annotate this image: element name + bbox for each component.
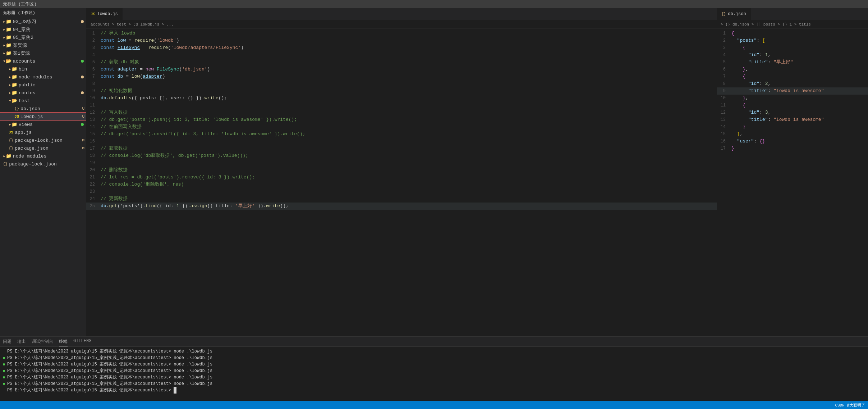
sidebar-item[interactable]: ▸📁05_案例2 xyxy=(0,33,86,41)
code-line: 17// 获取数据 xyxy=(86,145,717,152)
line-number: 4 xyxy=(717,52,731,59)
terminal-text: PS E:\个人\练习\Node\2023_atguigu\15_案例实践_记账… xyxy=(7,374,212,381)
token: write xyxy=(266,203,280,209)
item-label: node_modules xyxy=(13,154,86,159)
line-number: 15 xyxy=(86,131,101,138)
terminal-line: PS E:\个人\练习\Node\2023_atguigu\15_案例实践_记账… xyxy=(3,361,865,368)
sidebar-item[interactable]: ▸📁public xyxy=(0,81,86,89)
item-label: 某1资源 xyxy=(13,50,86,56)
sidebar-item[interactable]: ▸📁node_modules xyxy=(0,152,86,160)
sidebar-item[interactable]: JSapp.js xyxy=(0,128,86,136)
line-number: 17 xyxy=(717,145,731,152)
tab-db-json[interactable]: {} db.json xyxy=(717,8,751,20)
json-line: 10 }, xyxy=(717,95,868,102)
sidebar-item[interactable]: {}package.jsonM xyxy=(0,144,86,152)
js-file-icon: JS xyxy=(9,130,13,135)
sidebar-item[interactable]: ▸📁node_modules xyxy=(0,73,86,81)
json-line: 5 "title": "早上好" xyxy=(717,59,868,66)
token: 'db.json' xyxy=(182,67,207,72)
code-breadcrumb: accounts > test > JS lowdb.js > ... xyxy=(86,21,717,28)
terminal-tab[interactable]: 调试控制台 xyxy=(32,337,53,346)
code-content[interactable]: 1// 导入 lowdb2const low = require('lowdb'… xyxy=(86,28,717,336)
token: write xyxy=(205,95,219,101)
line-content: // console.log('db获取数据', db.get('posts')… xyxy=(101,152,252,159)
json-content[interactable]: 1{2 "posts": [3 {4 "id": 1,5 "title": "早… xyxy=(717,28,868,336)
token: db xyxy=(118,74,123,79)
sidebar-item[interactable]: ▾📂accounts xyxy=(0,57,86,65)
line-content: db.get('posts').find({ id: 1 }).assign({… xyxy=(101,203,292,209)
sidebar-item[interactable]: ▸📁bin xyxy=(0,65,86,73)
sidebar-item[interactable]: {}package-lock.json xyxy=(0,160,86,168)
line-number: 17 xyxy=(86,145,101,152)
sidebar-item[interactable]: ▸📁views xyxy=(0,121,86,128)
terminal-lines-container: PS E:\个人\练习\Node\2023_atguigu\15_案例实践_记账… xyxy=(3,348,865,394)
sidebar-item[interactable]: ▸📁某1资源 xyxy=(0,49,86,57)
sidebar-item[interactable]: ▸📁03_JS练习 xyxy=(0,18,86,26)
folder-closed-icon: ▸📁 xyxy=(9,82,17,88)
sidebar-header: 无标题 (工作区) xyxy=(0,8,86,18)
code-tab-bar: JS lowdb.js xyxy=(86,8,717,21)
title-bar-text: 无标题 (工作区) xyxy=(3,1,37,7)
sidebar-item[interactable]: ▸📁routes xyxy=(0,89,86,97)
line-number: 4 xyxy=(86,52,101,59)
token: 'lowdb/adapters/FileSync' xyxy=(171,45,241,50)
line-content: // console.log('删除数据', res) xyxy=(101,181,187,188)
token: 'lowdb' xyxy=(157,38,176,43)
terminal-tab[interactable]: GITLENS xyxy=(73,337,91,346)
terminal-tabs: 问题输出调试控制台终端GITLENS xyxy=(0,337,868,347)
item-label: 05_案例2 xyxy=(13,34,86,41)
code-line: 2const low = require('lowdb') xyxy=(86,37,717,44)
json-line-content: "title": "lowdb is awesome" xyxy=(731,116,827,123)
item-label: package-lock.json xyxy=(9,162,86,167)
line-content: const db = low(adapter) xyxy=(101,73,169,80)
line-number: 10 xyxy=(86,95,101,102)
code-line: 9// 初始化数据 xyxy=(86,87,717,95)
line-number: 2 xyxy=(717,37,731,44)
tab-label: db.json xyxy=(728,12,746,17)
terminal-line: PS E:\个人\练习\Node\2023_atguigu\15_案例实践_记账… xyxy=(3,348,865,355)
item-label: public xyxy=(19,82,86,88)
sidebar-item[interactable]: ▸📁04_案例 xyxy=(0,26,86,33)
terminal-tab[interactable]: 问题 xyxy=(3,337,12,346)
line-number: 7 xyxy=(86,73,101,80)
code-line: 5// 获取 db 对象 xyxy=(86,59,717,66)
terminal-tab[interactable]: 终端 xyxy=(59,337,68,346)
tab-lowdb-js[interactable]: JS lowdb.js xyxy=(86,8,123,20)
json-line-content: "title": "lowdb is awesome" xyxy=(731,87,827,94)
token: find xyxy=(146,203,157,209)
folder-closed-icon: ▸📁 xyxy=(3,42,12,48)
terminal-text: PS E:\个人\练习\Node\2023_atguigu\15_案例实践_记账… xyxy=(7,348,212,355)
line-number: 23 xyxy=(86,188,101,195)
line-number: 2 xyxy=(86,37,101,44)
line-number: 19 xyxy=(86,160,101,167)
token: adapter xyxy=(143,74,162,79)
code-line: 25db.get('posts').find({ id: 1 }).assign… xyxy=(86,203,717,210)
token: (); xyxy=(219,95,227,101)
code-line: 15// db.get('posts').unshift({ id: 3, ti… xyxy=(86,131,717,138)
line-content xyxy=(101,188,107,195)
terminal-dot xyxy=(3,357,5,359)
item-label: app.js xyxy=(15,130,86,135)
code-line: 12// 写入数据 xyxy=(86,109,717,116)
json-line-content: }, xyxy=(731,66,752,73)
token: // 更新数据 xyxy=(101,196,128,201)
line-content xyxy=(101,80,107,87)
line-number: 16 xyxy=(717,138,731,145)
sidebar: 无标题 (工作区) ▸📁03_JS练习▸📁04_案例▸📁05_案例2▸📁某资源▸… xyxy=(0,8,86,336)
item-label: node_modules xyxy=(19,74,81,80)
token: // 获取 db 对象 xyxy=(101,59,139,65)
sidebar-item[interactable]: ▸📁某资源 xyxy=(0,41,86,49)
line-number: 1 xyxy=(86,30,101,37)
line-content: db.defaults({ posts: [], user: {} }).wri… xyxy=(101,95,230,101)
token: ) xyxy=(207,67,210,72)
sidebar-item[interactable]: ▾📂test xyxy=(0,97,86,105)
json-line: 15 ], xyxy=(717,131,868,138)
sidebar-item[interactable]: {}db.jsonU xyxy=(0,105,86,113)
token: require xyxy=(148,45,168,50)
sidebar-item[interactable]: {}package-lock.jsonM xyxy=(0,136,86,144)
json-line: 4 "id": 1, xyxy=(717,51,868,59)
terminal-tab[interactable]: 输出 xyxy=(17,337,26,346)
js-file-icon: JS xyxy=(14,114,19,119)
tab-label: lowdb.js xyxy=(97,12,118,17)
sidebar-item[interactable]: JSlowdb.jsU xyxy=(0,113,86,121)
